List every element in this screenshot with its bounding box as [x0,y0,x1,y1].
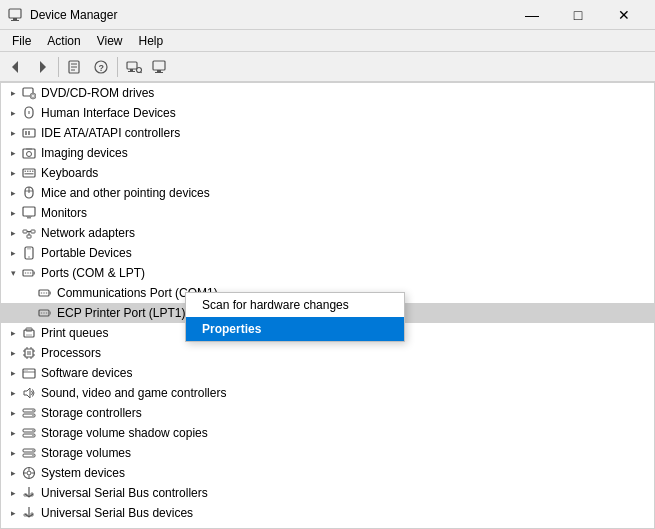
menu-action[interactable]: Action [39,31,88,51]
window-controls[interactable]: — □ ✕ [509,0,647,30]
label-sound: Sound, video and game controllers [41,386,226,400]
icon-keyboards [21,165,37,181]
menu-file[interactable]: File [4,31,39,51]
expander-dvd[interactable] [5,85,21,101]
svg-rect-46 [27,235,31,238]
expander-hid[interactable] [5,105,21,121]
expander-usb[interactable] [5,485,21,501]
expander-keyboards[interactable] [5,165,21,181]
svg-rect-1 [13,18,17,20]
tree-item-sysdev[interactable]: System devices [1,463,654,483]
label-network: Network adapters [41,226,135,240]
svg-point-91 [32,430,34,432]
tree-item-usb[interactable]: Universal Serial Bus controllers [1,483,654,503]
tree-item-usbdev[interactable]: Universal Serial Bus devices [1,503,654,523]
expander-storvss[interactable] [5,425,21,441]
context-menu: Scan for hardware changes Properties [185,292,405,342]
expander-mice[interactable] [5,185,21,201]
tree-item-ports[interactable]: Ports (COM & LPT) [1,263,654,283]
svg-rect-71 [27,351,31,355]
tree-item-sound[interactable]: Sound, video and game controllers [1,383,654,403]
svg-point-21 [32,95,34,97]
tree-item-storvss[interactable]: Storage volume shadow copies [1,423,654,443]
menu-view[interactable]: View [89,31,131,51]
expander-sound[interactable] [5,385,21,401]
label-usb: Universal Serial Bus controllers [41,486,208,500]
icon-portable [21,245,37,261]
label-ports: Ports (COM & LPT) [41,266,145,280]
svg-rect-42 [26,216,32,217]
tree-item-mice[interactable]: Mice and other pointing devices [1,183,654,203]
tree-item-ide[interactable]: IDE ATA/ATAPI controllers [1,123,654,143]
tree-item-dvd[interactable]: DVD/CD-ROM drives [1,83,654,103]
svg-rect-50 [27,249,31,250]
label-printq: Print queues [41,326,108,340]
expander-usbdev[interactable] [5,505,21,521]
label-portable: Portable Devices [41,246,132,260]
icon-sound [21,385,37,401]
tree-item-proc[interactable]: Processors [1,343,654,363]
svg-rect-13 [128,71,135,72]
svg-point-95 [32,450,34,452]
expander-sysdev[interactable] [5,465,21,481]
svg-rect-35 [25,173,27,175]
svg-rect-18 [155,72,163,73]
svg-rect-63 [49,312,51,315]
label-storvss: Storage volume shadow copies [41,426,208,440]
expander-network[interactable] [5,225,21,241]
label-keyboards: Keyboards [41,166,98,180]
icon-hid [21,105,37,121]
label-storage: Storage controllers [41,406,142,420]
svg-rect-45 [31,230,35,233]
context-menu-scan[interactable]: Scan for hardware changes [186,293,404,317]
context-menu-properties[interactable]: Properties [186,317,404,341]
label-hid: Human Interface Devices [41,106,176,120]
icon-storvol [21,445,37,461]
expander-printq[interactable] [5,325,21,341]
svg-rect-2 [11,20,19,21]
expander-software[interactable] [5,365,21,381]
svg-rect-44 [23,230,27,233]
expander-ide[interactable] [5,125,21,141]
label-mice: Mice and other pointing devices [41,186,210,200]
svg-line-15 [141,72,142,73]
app-icon [8,7,24,23]
display-button[interactable] [148,55,172,79]
tree-item-network[interactable]: Network adapters [1,223,654,243]
tree-item-storage[interactable]: Storage controllers [1,403,654,423]
expander-storage[interactable] [5,405,21,421]
properties-toolbar-button[interactable] [63,55,87,79]
back-button[interactable] [4,55,28,79]
expander-storvol[interactable] [5,445,21,461]
tree-item-software[interactable]: Software devices [1,363,654,383]
menu-help[interactable]: Help [131,31,172,51]
tree-item-monitors[interactable]: Monitors [1,203,654,223]
expander-proc[interactable] [5,345,21,361]
expander-imaging[interactable] [5,145,21,161]
forward-button[interactable] [30,55,54,79]
icon-software [21,365,37,381]
expander-ports[interactable] [5,265,21,281]
svg-point-54 [25,272,27,274]
label-imaging: Imaging devices [41,146,128,160]
svg-rect-0 [9,9,21,18]
help-toolbar-button[interactable]: ? [89,55,113,79]
expander-lpt1 [21,305,37,321]
svg-rect-37 [32,173,34,175]
minimize-button[interactable]: — [509,0,555,30]
expander-monitors[interactable] [5,205,21,221]
expander-portable[interactable] [5,245,21,261]
tree-item-storvol[interactable]: Storage volumes [1,443,654,463]
icon-monitors [21,205,37,221]
svg-point-51 [28,256,30,258]
tree-item-portable[interactable]: Portable Devices [1,243,654,263]
tree-item-hid[interactable]: Human Interface Devices [1,103,654,123]
tree-item-keyboards[interactable]: Keyboards [1,163,654,183]
label-storvol: Storage volumes [41,446,131,460]
tree-item-imaging[interactable]: Imaging devices [1,143,654,163]
svg-point-65 [43,312,45,314]
maximize-button[interactable]: □ [555,0,601,30]
svg-rect-11 [127,62,137,69]
close-button[interactable]: ✕ [601,0,647,30]
scan-hardware-button[interactable] [122,55,146,79]
